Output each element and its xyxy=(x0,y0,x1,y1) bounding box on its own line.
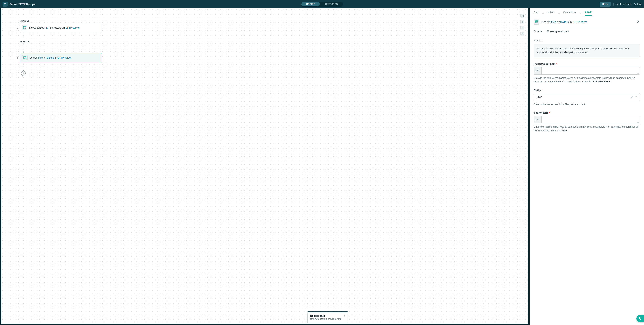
resize-handle-icon[interactable] xyxy=(638,121,639,122)
canvas-toolbox: + − xyxy=(520,14,524,36)
canvas[interactable]: + − TRIGGER 1 SFTP New/updated file in d… xyxy=(0,8,530,325)
help-label-text: HELP xyxy=(534,40,540,42)
chevron-right-icon: → xyxy=(579,12,582,15)
action-step-card[interactable]: SFTP Search files or folders in SFTP ser… xyxy=(20,53,102,62)
help-fab[interactable] xyxy=(636,315,644,322)
svg-text:SFTP: SFTP xyxy=(535,22,538,23)
svg-text:SFTP: SFTP xyxy=(24,28,26,29)
actions-label: ACTIONS xyxy=(20,40,102,43)
svg-rect-24 xyxy=(547,30,548,32)
tab-app[interactable]: App xyxy=(534,11,538,16)
step-number: 2 xyxy=(14,56,18,59)
expand-icon: ⇳ xyxy=(344,315,345,317)
type-indicator: ABC xyxy=(534,67,542,74)
parent-folder-input[interactable] xyxy=(542,67,640,74)
zoom-in-button[interactable]: + xyxy=(520,20,524,24)
add-step-button[interactable]: + xyxy=(22,72,26,76)
search-term-help: Enter the search term. Regular expressio… xyxy=(534,125,640,132)
tab-setup[interactable]: Setup xyxy=(585,10,592,16)
close-panel-button[interactable] xyxy=(637,20,640,24)
trigger-label: TRIGGER xyxy=(20,20,102,22)
help-toggle[interactable]: HELP xyxy=(534,40,640,42)
chevron-down-icon: ▼ xyxy=(635,96,637,98)
chevron-up-icon xyxy=(541,40,543,42)
sftp-icon: SFTP xyxy=(22,25,28,30)
entity-clear-button[interactable] xyxy=(631,96,633,98)
connector xyxy=(23,32,24,38)
setup-panel: App → Action → Connection → Setup SFTP S… xyxy=(530,8,644,325)
panel-subbar: Find Group map data xyxy=(530,28,644,35)
chevron-right-icon: → xyxy=(558,12,560,15)
sftp-icon: SFTP xyxy=(534,19,539,24)
panel-header: SFTP Search files or folders in SFTP ser… xyxy=(530,16,644,28)
exit-label: Exit xyxy=(637,3,641,6)
fit-view-button[interactable] xyxy=(520,32,524,36)
svg-line-23 xyxy=(536,32,536,33)
zoom-out-button[interactable]: − xyxy=(520,26,524,30)
undo-icon xyxy=(521,15,524,17)
recipe-data-subtitle: Use data from a previous step xyxy=(310,318,345,320)
group-map-button[interactable]: Group map data xyxy=(546,30,569,33)
resize-handle-icon[interactable] xyxy=(638,72,639,74)
type-indicator: ABC xyxy=(534,116,542,123)
undo-button[interactable] xyxy=(520,14,524,18)
tab-action[interactable]: Action xyxy=(547,11,554,16)
entity-value: Files xyxy=(537,96,631,98)
step-number: 1 xyxy=(14,26,18,29)
save-button[interactable]: Save xyxy=(600,2,610,6)
plus-icon: + xyxy=(522,20,523,23)
entity-label: Entity * xyxy=(534,89,640,92)
panel-title: Search files or folders in SFTP server xyxy=(542,20,588,24)
find-label: Find xyxy=(538,30,542,33)
search-term-input-wrap: ABC xyxy=(534,116,640,124)
entity-help: Select whether to search for files, fold… xyxy=(534,102,640,106)
test-recipe-button[interactable]: Test recipe xyxy=(616,3,632,6)
close-icon xyxy=(631,96,633,98)
test-recipe-label: Test recipe xyxy=(620,3,632,6)
exit-button[interactable]: Exit xyxy=(634,3,641,6)
arrow-down-icon xyxy=(22,70,24,72)
trigger-step-card[interactable]: SFTP New/updated file in directory on SF… xyxy=(20,23,102,32)
search-term-input[interactable] xyxy=(542,116,640,123)
menu-icon xyxy=(4,3,6,6)
search-icon xyxy=(534,30,536,33)
connector xyxy=(23,44,24,53)
close-icon xyxy=(637,20,640,23)
connector xyxy=(23,62,24,72)
target-icon xyxy=(521,33,524,35)
view-segment: RECIPE TEST JOBS xyxy=(301,2,343,7)
entity-select[interactable]: Files ▼ xyxy=(534,93,640,101)
svg-text:SFTP: SFTP xyxy=(24,58,26,59)
find-button[interactable]: Find xyxy=(534,30,542,33)
minus-icon: − xyxy=(522,26,523,29)
svg-point-22 xyxy=(534,30,536,32)
menu-button[interactable] xyxy=(3,2,8,6)
svg-point-6 xyxy=(522,34,522,34)
tab-connection[interactable]: Connection xyxy=(563,11,576,16)
tab-recipe[interactable]: RECIPE xyxy=(301,2,320,6)
arrow-down-icon xyxy=(22,52,24,53)
trigger-step-text: New/updated file in directory on SFTP se… xyxy=(29,26,80,29)
action-step-text: Search files or folders in SFTP server xyxy=(30,56,72,59)
group-label: Group map data xyxy=(550,30,569,33)
tab-test-jobs[interactable]: TEST JOBS xyxy=(320,2,343,6)
divider: | xyxy=(613,3,614,6)
recipe-title: Demo SFTP Recipe xyxy=(10,2,36,6)
plus-icon: + xyxy=(23,72,24,75)
recipe-data-title: Recipe data xyxy=(310,314,345,317)
search-term-label: Search term * xyxy=(534,111,640,114)
close-icon xyxy=(634,3,636,5)
lightbulb-icon xyxy=(638,317,642,320)
breadcrumb-tabs: App → Action → Connection → Setup xyxy=(530,8,644,16)
parent-folder-label: Parent folder path * xyxy=(534,62,640,65)
chevron-right-icon: → xyxy=(542,12,544,15)
help-box: Search for files, folders or both within… xyxy=(534,44,640,57)
recipe-data-panel[interactable]: Recipe data Use data from a previous ste… xyxy=(307,312,348,323)
svg-marker-3 xyxy=(617,3,618,5)
top-bar: Demo SFTP Recipe RECIPE TEST JOBS Save |… xyxy=(0,0,644,8)
columns-icon xyxy=(546,30,549,33)
sftp-icon: SFTP xyxy=(22,55,28,60)
parent-folder-help: Provide the path of the parent folder. A… xyxy=(534,76,640,84)
play-icon xyxy=(616,3,619,5)
svg-rect-25 xyxy=(548,30,549,32)
